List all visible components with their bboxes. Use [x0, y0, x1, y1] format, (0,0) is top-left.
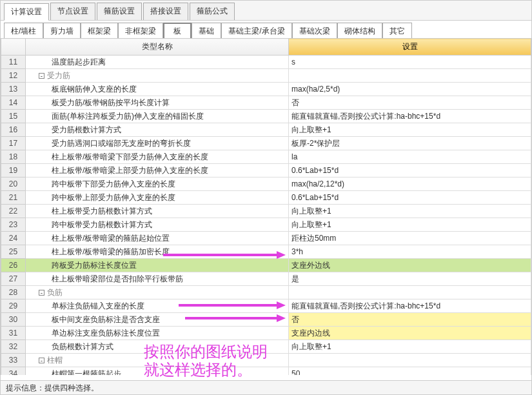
row-number: 17	[1, 137, 26, 150]
row-value[interactable]: 0.6*Lab+15*d	[289, 164, 531, 177]
table-row[interactable]: 20跨中板带下部受力筋伸入支座的长度max(ha/2,12*d)	[1, 177, 531, 191]
row-name: 单标注负筋锚入支座的长度	[26, 299, 289, 313]
row-number: 32	[1, 340, 26, 354]
row-name: 负筋根数计算方式	[26, 340, 289, 354]
collapse-icon[interactable]: -	[39, 290, 44, 296]
row-value[interactable]: 3*h	[289, 245, 531, 259]
table-row[interactable]: 27柱上板带暗梁部位是否扣除平行板带筋是	[1, 272, 531, 286]
btn-shear[interactable]: 剪力墙	[43, 23, 81, 40]
table-row[interactable]: 26跨板受力筋标注长度位置支座外边线	[1, 259, 531, 272]
row-value[interactable]: 是	[289, 272, 531, 286]
row-name: 柱上板带暗梁部位是否扣除平行板带筋	[26, 272, 289, 286]
btn-foundsec[interactable]: 基础次梁	[292, 23, 337, 40]
table-row[interactable]: 13板底钢筋伸入支座的长度max(ha/2,5*d)	[1, 83, 531, 96]
table-row[interactable]: 18柱上板带/板带暗梁下部受力筋伸入支座的长度la	[1, 150, 531, 164]
row-value[interactable]: 向上取整+1	[289, 123, 531, 137]
row-number: 15	[1, 110, 26, 123]
btn-nonframe[interactable]: 非框架梁	[118, 23, 163, 40]
row-number: 18	[1, 150, 26, 164]
table-row[interactable]: 29单标注负筋锚入支座的长度能直锚就直锚,否则按公式计算:ha-bhc+15*d	[1, 299, 531, 313]
table-row[interactable]: 16受力筋根数计算方式向上取整+1	[1, 123, 531, 137]
row-name: 受力筋遇洞口或端部无支座时的弯折长度	[26, 137, 289, 150]
row-value[interactable]: 支座内边线	[289, 327, 531, 340]
row-name: 跨中板带上部受力筋伸入支座的长度	[26, 191, 289, 205]
table-row[interactable]: 34柱帽第一根箍筋起步50	[1, 367, 531, 376]
row-number: 28	[1, 286, 26, 299]
row-value[interactable]: max(ha/2,5*d)	[289, 83, 531, 96]
table-row[interactable]: 23跨中板带受力筋根数计算方式向上取整+1	[1, 218, 531, 232]
status-bar: 提示信息：提供四种选择。	[1, 380, 531, 394]
row-number: 24	[1, 232, 26, 245]
row-name: 单边标注支座负筋标注长度位置	[26, 327, 289, 340]
row-number: 30	[1, 313, 26, 327]
row-value[interactable]: 50	[289, 367, 531, 376]
row-value[interactable]: 向上取整+1	[289, 218, 531, 232]
tab-node[interactable]: 节点设置	[50, 3, 95, 20]
btn-frame[interactable]: 框架梁	[81, 23, 118, 40]
table-row[interactable]: 25柱上板带/板带暗梁的箍筋加密长度3*h	[1, 245, 531, 259]
row-value[interactable]: la	[289, 150, 531, 164]
tab-stirrup[interactable]: 箍筋设置	[97, 3, 142, 20]
row-name: -负筋	[26, 286, 289, 299]
row-value[interactable]	[289, 354, 531, 367]
row-number: 16	[1, 123, 26, 137]
row-value[interactable]: 向上取整+1	[289, 205, 531, 218]
row-number: 20	[1, 177, 26, 191]
main-tab-bar: 计算设置 节点设置 箍筋设置 搭接设置 箍筋公式	[1, 1, 531, 21]
table-row[interactable]: 24柱上板带/板带暗梁的箍筋起始位置距柱边50mm	[1, 232, 531, 245]
row-number: 31	[1, 327, 26, 340]
row-name: 柱上板带/板带暗梁的箍筋起始位置	[26, 232, 289, 245]
app-window: 计算设置 节点设置 箍筋设置 搭接设置 箍筋公式 柱/墙柱 剪力墙 框架梁 非框…	[0, 0, 532, 395]
table-row[interactable]: 14板受力筋/板带钢筋按平均长度计算否	[1, 96, 531, 110]
tab-formula[interactable]: 箍筋公式	[190, 3, 235, 20]
tab-compute[interactable]: 计算设置	[4, 3, 49, 21]
row-value[interactable]: 否	[289, 96, 531, 110]
row-value[interactable]: 板厚-2*保护层	[289, 137, 531, 150]
table-row[interactable]: 31单边标注支座负筋标注长度位置支座内边线	[1, 327, 531, 340]
row-number: 27	[1, 272, 26, 286]
table-row[interactable]: 17受力筋遇洞口或端部无支座时的弯折长度板厚-2*保护层	[1, 137, 531, 150]
row-name: -柱帽	[26, 354, 289, 367]
row-value[interactable]: 0.6*Lab+15*d	[289, 191, 531, 205]
collapse-icon[interactable]: -	[39, 73, 44, 79]
row-number: 19	[1, 164, 26, 177]
collapse-icon[interactable]: -	[39, 358, 44, 363]
row-value[interactable]: 能直锚就直锚,否则按公式计算:ha-bhc+15*d	[289, 110, 531, 123]
row-value[interactable]	[289, 69, 531, 83]
table-row[interactable]: 30板中间支座负筋标注是否含支座否	[1, 313, 531, 327]
btn-colwall[interactable]: 柱/墙柱	[4, 23, 43, 40]
row-name: 跨中板带受力筋根数计算方式	[26, 218, 289, 232]
row-name: 柱上板带/板带暗梁上部受力筋伸入支座的长度	[26, 164, 289, 177]
table-row[interactable]: 21跨中板带上部受力筋伸入支座的长度0.6*Lab+15*d	[1, 191, 531, 205]
tab-lap[interactable]: 搭接设置	[143, 3, 188, 20]
table-row[interactable]: 33-柱帽	[1, 354, 531, 367]
row-value[interactable]: 距柱边50mm	[289, 232, 531, 245]
btn-masonry[interactable]: 砌体结构	[337, 23, 382, 40]
table-row[interactable]: 32负筋根数计算方式向上取整+1	[1, 340, 531, 354]
row-name: 跨中板带下部受力筋伸入支座的长度	[26, 177, 289, 191]
settings-grid: 类型名称 设置 11温度筋起步距离s12-受力筋13板底钢筋伸入支座的长度max…	[1, 38, 531, 375]
btn-other[interactable]: 其它	[382, 23, 412, 40]
row-value[interactable]: 向上取整+1	[289, 340, 531, 354]
btn-foundbeam[interactable]: 基础主梁/承台梁	[221, 23, 291, 40]
table-row[interactable]: 12-受力筋	[1, 69, 531, 83]
row-value[interactable]: 能直锚就直锚,否则按公式计算:ha-bhc+15*d	[289, 299, 531, 313]
table-row[interactable]: 22柱上板带受力筋根数计算方式向上取整+1	[1, 205, 531, 218]
btn-slab[interactable]: 板	[163, 23, 192, 40]
row-value[interactable]: 支座外边线	[289, 259, 531, 272]
table-row[interactable]: 15面筋(单标注跨板受力筋)伸入支座的锚固长度能直锚就直锚,否则按公式计算:ha…	[1, 110, 531, 123]
row-value[interactable]: max(ha/2,12*d)	[289, 177, 531, 191]
row-value[interactable]: s	[289, 56, 531, 69]
row-number: 13	[1, 83, 26, 96]
table-row[interactable]: 11温度筋起步距离s	[1, 56, 531, 69]
col-header-num	[1, 39, 26, 56]
col-header-type: 类型名称	[26, 39, 289, 56]
row-value[interactable]	[289, 286, 531, 299]
row-name: 板中间支座负筋标注是否含支座	[26, 313, 289, 327]
table-row[interactable]: 19柱上板带/板带暗梁上部受力筋伸入支座的长度0.6*Lab+15*d	[1, 164, 531, 177]
btn-found[interactable]: 基础	[192, 23, 221, 40]
table-row[interactable]: 28-负筋	[1, 286, 531, 299]
row-value[interactable]: 否	[289, 313, 531, 327]
row-name: 板底钢筋伸入支座的长度	[26, 83, 289, 96]
row-number: 23	[1, 218, 26, 232]
